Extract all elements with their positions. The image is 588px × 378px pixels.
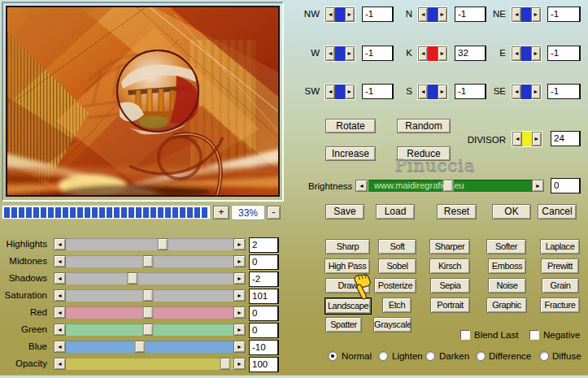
opacity-track[interactable] — [66, 358, 233, 370]
brightness-track[interactable]: www.maidiregrafica.eu — [368, 180, 532, 192]
effect-etch-button[interactable]: Etch — [382, 298, 412, 313]
midtones-thumb[interactable] — [142, 255, 153, 267]
highlights-track[interactable] — [66, 238, 233, 250]
effect-fracture-button[interactable]: Fracture — [540, 298, 580, 313]
saturation-value[interactable]: 101 — [249, 289, 279, 304]
green-thumb[interactable] — [142, 324, 153, 336]
load-button[interactable]: Load — [376, 204, 415, 219]
shadows-value[interactable]: -2 — [249, 272, 279, 287]
progress-bar — [2, 205, 211, 219]
se-spinner[interactable]: ◄► — [511, 84, 542, 100]
zoom-out-button[interactable]: - — [267, 206, 281, 219]
saturation-right-arrow[interactable]: ► — [233, 289, 246, 302]
effect-grain-button[interactable]: Grain — [542, 278, 579, 293]
shadows-right-arrow[interactable]: ► — [233, 272, 246, 285]
opacity-thumb[interactable] — [220, 358, 230, 370]
midtones-right-arrow[interactable]: ► — [233, 255, 246, 267]
effect-softer-button[interactable]: Softer — [486, 239, 526, 254]
k-spinner[interactable]: ◄► — [417, 46, 448, 62]
effect-kirsch-button[interactable]: Kirsch — [429, 259, 470, 274]
divisor-value[interactable]: 24 — [551, 131, 581, 146]
highlights-thumb[interactable] — [158, 238, 168, 250]
mode-diffuse-radio[interactable] — [539, 351, 549, 361]
e-spinner[interactable]: ◄► — [511, 46, 542, 62]
effect-sepia-button[interactable]: Sepia — [430, 278, 470, 293]
blue-value[interactable]: -10 — [249, 340, 279, 355]
blue-right-arrow[interactable]: ► — [233, 341, 246, 353]
mode-lighten-radio[interactable] — [378, 351, 388, 361]
brightness-left-arrow[interactable]: ◄ — [355, 180, 368, 192]
highlights-left-arrow[interactable]: ◄ — [54, 238, 66, 250]
se-value[interactable]: -1 — [547, 84, 581, 99]
effect-soft-button[interactable]: Soft — [378, 239, 416, 254]
effect-graphic-button[interactable]: Graphic — [486, 298, 527, 313]
midtones-track[interactable] — [66, 255, 233, 267]
shadows-left-arrow[interactable]: ◄ — [54, 272, 66, 285]
radio-dot — [331, 354, 334, 358]
shadows-thumb[interactable] — [128, 272, 138, 285]
divisor-spinner[interactable]: ◄► — [512, 131, 542, 147]
brightness-right-arrow[interactable]: ► — [532, 180, 544, 192]
effect-spatter-button[interactable]: Spatter — [325, 317, 362, 332]
effect-portrait-button[interactable]: Portrait — [430, 298, 470, 313]
blue-thumb[interactable] — [134, 341, 145, 353]
mode-normal-radio[interactable] — [328, 351, 338, 361]
green-left-arrow[interactable]: ◄ — [54, 324, 66, 336]
green-value[interactable]: 0 — [249, 323, 279, 338]
brightness-value[interactable]: 0 — [551, 178, 581, 193]
blend-last-checkbox[interactable] — [460, 330, 470, 340]
effect-prewitt-button[interactable]: Prewitt — [541, 259, 579, 274]
blue-track[interactable] — [66, 341, 233, 353]
ne-spinner[interactable]: ◄► — [511, 7, 542, 23]
highlights-value[interactable]: 2 — [249, 237, 279, 253]
rotate-button[interactable]: Rotate — [325, 119, 376, 133]
w-spinner[interactable]: ◄► — [324, 46, 355, 62]
highlights-right-arrow[interactable]: ► — [233, 238, 246, 250]
effect-laplace-button[interactable]: Laplace — [540, 239, 580, 254]
effect-posterize-button[interactable]: Posterize — [374, 278, 416, 293]
blue-left-arrow[interactable]: ◄ — [54, 341, 66, 353]
sw-spinner[interactable]: ◄► — [324, 84, 355, 100]
effect-grayscale-button[interactable]: Grayscale — [373, 317, 412, 332]
red-left-arrow[interactable]: ◄ — [54, 306, 66, 319]
effect-high-pass-button[interactable]: High Pass — [324, 259, 370, 274]
n-spinner[interactable]: ◄► — [417, 7, 448, 23]
zoom-in-button[interactable]: + — [213, 206, 229, 219]
red-right-arrow[interactable]: ► — [233, 306, 246, 319]
save-button[interactable]: Save — [325, 204, 364, 219]
ok-button[interactable]: OK — [492, 204, 531, 219]
red-thumb[interactable] — [142, 306, 153, 319]
green-right-arrow[interactable]: ► — [233, 324, 246, 336]
shadows-track[interactable] — [66, 272, 233, 285]
red-track[interactable] — [66, 306, 233, 319]
opacity-value[interactable]: 100 — [249, 357, 279, 372]
effect-emboss-button[interactable]: Emboss — [488, 259, 526, 274]
opacity-left-arrow[interactable]: ◄ — [54, 358, 66, 370]
negative-checkbox[interactable] — [529, 330, 539, 340]
midtones-value[interactable]: 0 — [249, 254, 279, 270]
ne-value[interactable]: -1 — [547, 7, 581, 22]
cancel-button[interactable]: Cancel — [538, 204, 577, 219]
effect-sharper-button[interactable]: Sharper — [429, 239, 470, 254]
mode-normal-label: Normal — [342, 351, 372, 361]
s-spinner[interactable]: ◄► — [417, 84, 448, 100]
random-button[interactable]: Random — [397, 119, 451, 133]
midtones-left-arrow[interactable]: ◄ — [54, 255, 66, 267]
saturation-left-arrow[interactable]: ◄ — [54, 289, 66, 302]
reset-button[interactable]: Reset — [437, 204, 477, 219]
saturation-thumb[interactable] — [142, 289, 153, 302]
saturation-track[interactable] — [66, 289, 233, 302]
opacity-right-arrow[interactable]: ► — [233, 358, 246, 370]
effect-sobel-button[interactable]: Sobel — [378, 259, 416, 274]
mode-difference-radio[interactable] — [476, 351, 486, 361]
slider-label-saturation: Saturation — [0, 290, 47, 300]
e-value[interactable]: -1 — [547, 46, 581, 61]
green-track[interactable] — [66, 324, 233, 336]
red-value[interactable]: 0 — [249, 306, 279, 321]
mode-darken-radio[interactable] — [425, 351, 435, 361]
increase-button[interactable]: Increase — [325, 146, 376, 161]
effect-noise-button[interactable]: Noise — [488, 278, 526, 293]
nw-spinner[interactable]: ◄► — [324, 7, 355, 23]
effect-sharp-button[interactable]: Sharp — [325, 239, 370, 254]
progress-segment — [55, 207, 61, 218]
